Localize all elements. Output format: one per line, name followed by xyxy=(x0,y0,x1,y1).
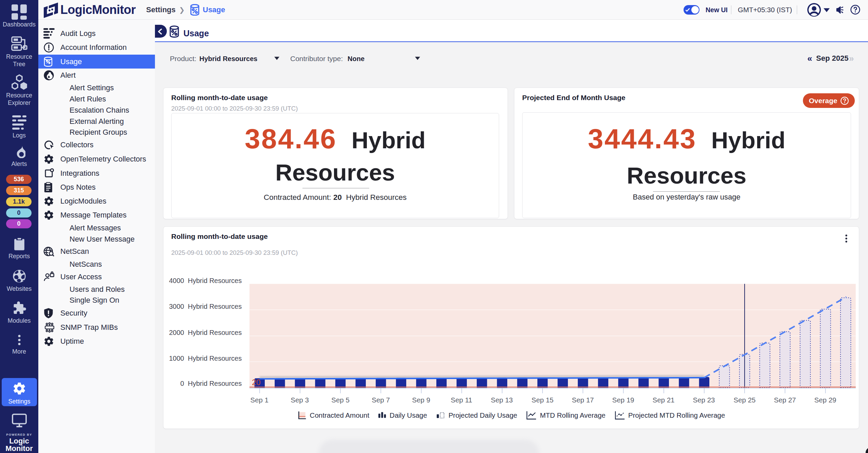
svg-text:20: 20 xyxy=(252,378,261,387)
